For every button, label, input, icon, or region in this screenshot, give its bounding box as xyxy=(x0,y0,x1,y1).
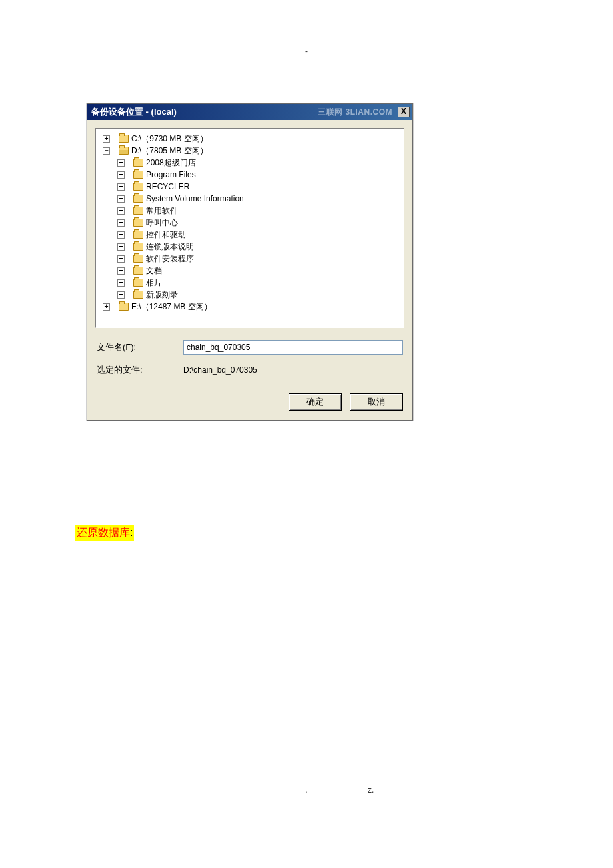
expand-icon[interactable]: + xyxy=(103,303,110,311)
header-dash: - xyxy=(305,47,308,56)
tree-node-label: C:\（9730 MB 空闲） xyxy=(131,133,208,145)
tree-node-label: 2008超级门店 xyxy=(146,157,196,169)
annotation-colon: : xyxy=(130,527,133,538)
tree-node[interactable]: + 相片 xyxy=(99,277,401,289)
expand-icon[interactable]: + xyxy=(117,279,125,287)
tree-node[interactable]: + 文档 xyxy=(99,265,401,277)
tree-node-label: 文档 xyxy=(146,265,162,277)
expand-icon[interactable]: + xyxy=(117,159,125,167)
folder-icon xyxy=(133,267,143,275)
form-area: 文件名(F): 选定的文件: D:\chain_bq_070305 确定 取消 xyxy=(87,333,412,420)
tree-node[interactable]: + 新版刻录 xyxy=(99,289,401,301)
tree-node-label: System Volume Information xyxy=(146,194,244,203)
titlebar-text: 备份设备位置 - (local) xyxy=(91,106,177,118)
expand-icon[interactable]: + xyxy=(117,291,125,299)
folder-icon xyxy=(133,243,143,251)
folder-icon xyxy=(133,291,143,299)
folder-icon xyxy=(133,183,143,191)
tree-node-label: RECYCLER xyxy=(146,182,189,191)
tree-node-label: 呼叫中心 xyxy=(146,217,178,229)
selected-file-label: 选定的文件: xyxy=(97,364,183,376)
expand-icon[interactable]: + xyxy=(117,243,125,251)
tree-node-e-drive[interactable]: + E:\（12487 MB 空闲） xyxy=(99,301,401,313)
tree-node[interactable]: + 呼叫中心 xyxy=(99,217,401,229)
expand-icon[interactable]: + xyxy=(117,171,125,179)
tree-node-label: 常用软件 xyxy=(146,205,178,217)
tree-node[interactable]: + RECYCLER xyxy=(99,181,401,193)
folder-icon xyxy=(133,195,143,203)
footer-dot: . xyxy=(0,785,613,795)
footer-z: z. xyxy=(368,785,374,795)
expand-icon[interactable]: + xyxy=(117,219,125,227)
ok-button[interactable]: 确定 xyxy=(289,393,342,411)
folder-icon xyxy=(133,255,143,263)
watermark: 三联网 3LIAN.COM xyxy=(318,107,392,118)
tree-node-c-drive[interactable]: + C:\（9730 MB 空闲） xyxy=(99,133,401,145)
cancel-button[interactable]: 取消 xyxy=(350,393,403,411)
tree-node-label: 连锁版本说明 xyxy=(146,241,194,253)
selected-file-path: D:\chain_bq_070305 xyxy=(183,365,257,375)
expand-icon[interactable]: + xyxy=(117,183,125,191)
tree-node[interactable]: + 2008超级门店 xyxy=(99,157,401,169)
folder-icon xyxy=(119,303,129,311)
restore-db-annotation: 还原数据库: xyxy=(75,525,134,541)
tree-node-label: E:\（12487 MB 空闲） xyxy=(131,301,212,313)
close-button[interactable]: X xyxy=(398,107,410,117)
expand-icon[interactable]: + xyxy=(117,195,125,203)
expand-icon[interactable]: + xyxy=(117,231,125,239)
tree-node-label: D:\（7805 MB 空闲） xyxy=(131,145,208,157)
folder-icon xyxy=(119,135,129,143)
tree-node-label: 控件和驱动 xyxy=(146,229,186,241)
folder-icon xyxy=(133,279,143,287)
expand-icon[interactable]: + xyxy=(117,267,125,275)
folder-icon xyxy=(133,171,143,179)
backup-location-dialog: 备份设备位置 - (local) 三联网 3LIAN.COM X + C:\（9… xyxy=(87,103,413,421)
tree-node[interactable]: + System Volume Information xyxy=(99,193,401,205)
tree-node[interactable]: + 软件安装程序 xyxy=(99,253,401,265)
folder-tree[interactable]: + C:\（9730 MB 空闲） − D:\（7805 MB 空闲） + 20… xyxy=(95,128,404,328)
folder-icon xyxy=(133,219,143,227)
expand-icon[interactable]: + xyxy=(103,135,110,143)
tree-node[interactable]: + 连锁版本说明 xyxy=(99,241,401,253)
folder-icon xyxy=(133,231,143,239)
tree-node-label: 相片 xyxy=(146,277,162,289)
tree-node-label: 软件安装程序 xyxy=(146,253,194,265)
expand-icon[interactable]: + xyxy=(117,207,125,215)
filename-input[interactable] xyxy=(183,340,403,355)
folder-icon xyxy=(133,159,143,167)
collapse-icon[interactable]: − xyxy=(103,147,110,155)
tree-node-d-drive[interactable]: − D:\（7805 MB 空闲） xyxy=(99,145,401,157)
filename-label: 文件名(F): xyxy=(97,341,183,353)
tree-node-label: Program Files xyxy=(146,170,196,179)
tree-node-label: 新版刻录 xyxy=(146,289,178,301)
annotation-text: 还原数据库 xyxy=(77,527,130,538)
tree-node[interactable]: + Program Files xyxy=(99,169,401,181)
expand-icon[interactable]: + xyxy=(117,255,125,263)
folder-open-icon xyxy=(119,147,129,155)
folder-icon xyxy=(133,207,143,215)
tree-node[interactable]: + 常用软件 xyxy=(99,205,401,217)
tree-node[interactable]: + 控件和驱动 xyxy=(99,229,401,241)
titlebar[interactable]: 备份设备位置 - (local) 三联网 3LIAN.COM X xyxy=(87,104,412,120)
